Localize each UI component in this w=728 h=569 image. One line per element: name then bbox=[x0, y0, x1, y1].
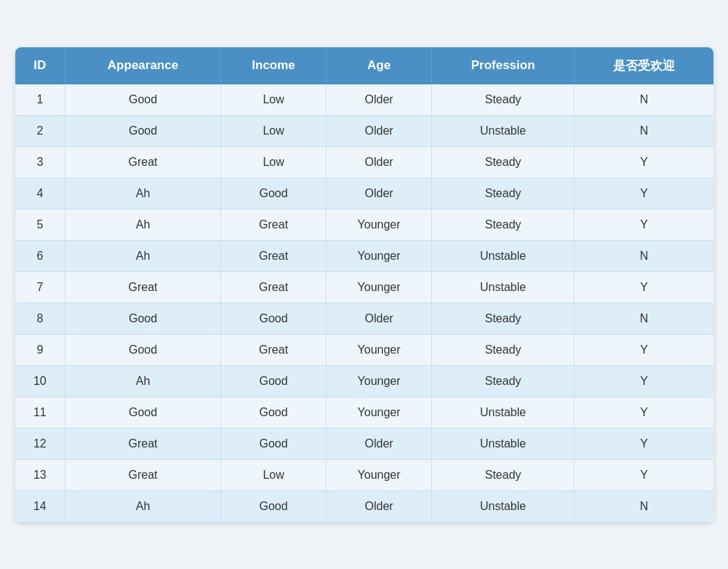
table-cell: Y bbox=[575, 365, 713, 397]
table-cell: Steady bbox=[431, 84, 575, 116]
table-cell: 13 bbox=[15, 459, 65, 490]
table-row: 14AhGoodOlderUnstableN bbox=[15, 490, 713, 522]
table-cell: 7 bbox=[15, 271, 65, 303]
table-cell: 3 bbox=[15, 146, 65, 178]
table-cell: 1 bbox=[15, 84, 65, 116]
table-cell: Ah bbox=[65, 209, 221, 240]
table-cell: Y bbox=[575, 397, 713, 428]
table-cell: 5 bbox=[15, 209, 65, 240]
table-cell: Good bbox=[220, 178, 326, 209]
table-row: 10AhGoodYoungerSteadyY bbox=[15, 365, 713, 397]
table-cell: Great bbox=[220, 271, 326, 303]
table-row: 13GreatLowYoungerSteadyY bbox=[15, 459, 713, 490]
table-cell: Older bbox=[327, 428, 432, 459]
table-header-cell: Age bbox=[327, 47, 432, 84]
table-header-cell: 是否受欢迎 bbox=[575, 47, 713, 84]
table-cell: Older bbox=[327, 84, 432, 116]
table-cell: Great bbox=[65, 146, 221, 178]
table-cell: Steady bbox=[431, 365, 575, 397]
table-cell: Great bbox=[65, 459, 221, 490]
table-cell: Younger bbox=[327, 365, 432, 397]
data-table-container: IDAppearanceIncomeAgeProfession是否受欢迎 1Go… bbox=[15, 47, 713, 522]
table-cell: 9 bbox=[15, 334, 65, 365]
table-row: 11GoodGoodYoungerUnstableY bbox=[15, 397, 713, 428]
table-row: 9GoodGreatYoungerSteadyY bbox=[15, 334, 713, 365]
table-cell: 10 bbox=[15, 365, 65, 397]
table-cell: Ah bbox=[65, 365, 221, 397]
table-cell: Steady bbox=[431, 178, 575, 209]
table-cell: 14 bbox=[15, 490, 65, 522]
table-cell: Y bbox=[575, 334, 713, 365]
table-cell: Good bbox=[65, 334, 221, 365]
table-cell: N bbox=[575, 115, 713, 146]
table-cell: Younger bbox=[327, 240, 432, 271]
table-cell: Steady bbox=[431, 303, 575, 334]
table-cell: Younger bbox=[327, 334, 432, 365]
table-cell: 6 bbox=[15, 240, 65, 271]
table-cell: 2 bbox=[15, 115, 65, 146]
table-cell: Great bbox=[220, 334, 326, 365]
table-cell: Unstable bbox=[431, 397, 575, 428]
table-cell: Older bbox=[327, 178, 432, 209]
table-cell: 4 bbox=[15, 178, 65, 209]
table-cell: Older bbox=[327, 490, 432, 522]
table-cell: N bbox=[575, 303, 713, 334]
table-cell: N bbox=[575, 240, 713, 271]
table-cell: Great bbox=[65, 271, 221, 303]
table-row: 3GreatLowOlderSteadyY bbox=[15, 146, 713, 178]
table-cell: Unstable bbox=[431, 428, 575, 459]
table-cell: Low bbox=[220, 84, 326, 116]
table-cell: Low bbox=[220, 115, 326, 146]
table-row: 6AhGreatYoungerUnstableN bbox=[15, 240, 713, 271]
table-cell: Younger bbox=[327, 397, 432, 428]
table-cell: Unstable bbox=[431, 490, 575, 522]
table-cell: N bbox=[575, 490, 713, 522]
table-cell: Younger bbox=[327, 459, 432, 490]
table-row: 7GreatGreatYoungerUnstableY bbox=[15, 271, 713, 303]
table-cell: Y bbox=[575, 209, 713, 240]
table-cell: Steady bbox=[431, 209, 575, 240]
table-header-row: IDAppearanceIncomeAgeProfession是否受欢迎 bbox=[15, 47, 713, 84]
table-cell: Good bbox=[220, 397, 326, 428]
table-row: 8GoodGoodOlderSteadyN bbox=[15, 303, 713, 334]
table-cell: Steady bbox=[431, 459, 575, 490]
table-cell: 8 bbox=[15, 303, 65, 334]
table-cell: Y bbox=[575, 146, 713, 178]
table-row: 12GreatGoodOlderUnstableY bbox=[15, 428, 713, 459]
table-cell: N bbox=[575, 84, 713, 116]
table-cell: Low bbox=[220, 459, 326, 490]
table-cell: Good bbox=[65, 84, 221, 116]
table-cell: Older bbox=[327, 146, 432, 178]
table-cell: Great bbox=[220, 209, 326, 240]
table-header-cell: Profession bbox=[431, 47, 575, 84]
table-cell: Ah bbox=[65, 240, 221, 271]
table-cell: 11 bbox=[15, 397, 65, 428]
table-cell: Steady bbox=[431, 146, 575, 178]
table-cell: 12 bbox=[15, 428, 65, 459]
table-cell: Ah bbox=[65, 178, 221, 209]
table-row: 5AhGreatYoungerSteadyY bbox=[15, 209, 713, 240]
table-row: 2GoodLowOlderUnstableN bbox=[15, 115, 713, 146]
table-cell: Unstable bbox=[431, 271, 575, 303]
table-cell: Unstable bbox=[431, 240, 575, 271]
table-cell: Unstable bbox=[431, 115, 575, 146]
table-cell: Great bbox=[65, 428, 221, 459]
table-cell: Good bbox=[65, 115, 221, 146]
table-cell: Y bbox=[575, 459, 713, 490]
data-table: IDAppearanceIncomeAgeProfession是否受欢迎 1Go… bbox=[15, 47, 713, 522]
table-cell: Older bbox=[327, 303, 432, 334]
table-row: 4AhGoodOlderSteadyY bbox=[15, 178, 713, 209]
table-cell: Good bbox=[220, 303, 326, 334]
table-cell: Ah bbox=[65, 490, 221, 522]
table-cell: Younger bbox=[327, 271, 432, 303]
table-cell: Good bbox=[220, 428, 326, 459]
table-header-cell: Appearance bbox=[65, 47, 221, 84]
table-cell: Good bbox=[220, 365, 326, 397]
table-cell: Good bbox=[65, 397, 221, 428]
table-row: 1GoodLowOlderSteadyN bbox=[15, 84, 713, 116]
table-cell: Younger bbox=[327, 209, 432, 240]
table-header-cell: ID bbox=[15, 47, 65, 84]
table-cell: Steady bbox=[431, 334, 575, 365]
table-header-cell: Income bbox=[220, 47, 326, 84]
table-cell: Good bbox=[220, 490, 326, 522]
